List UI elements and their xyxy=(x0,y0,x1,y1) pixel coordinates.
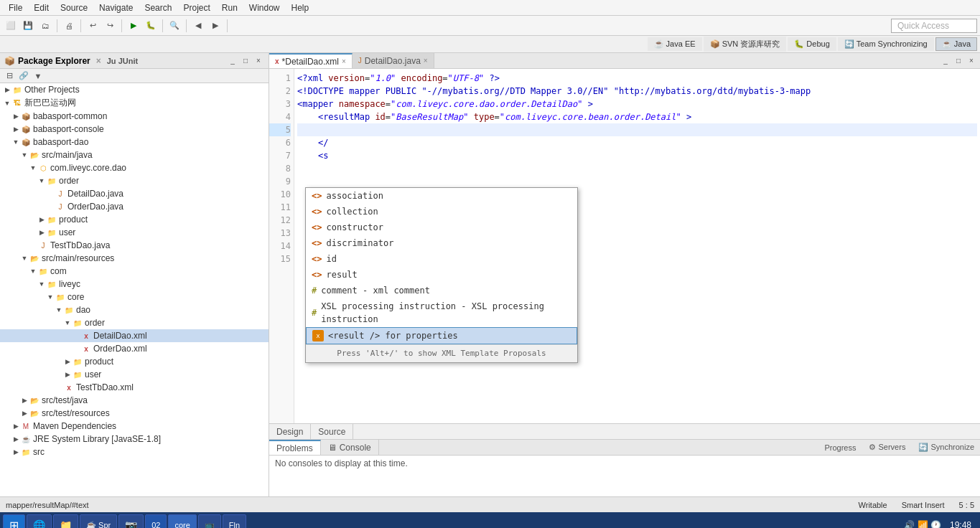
systray[interactable]: 🔊 📶 🕐 xyxy=(901,520,944,528)
toolbar-undo[interactable]: ↩ xyxy=(85,18,101,34)
tree-node-testtb-java[interactable]: ▶ J TestTbDao.java xyxy=(0,239,269,252)
taskbar-app4[interactable]: Fln xyxy=(223,514,246,528)
tree-node-console[interactable]: ▶ 📦 babasport-console xyxy=(0,123,269,136)
persp-java[interactable]: ☕ Java xyxy=(935,37,977,51)
taskbar-explorer[interactable]: 📁 xyxy=(53,514,78,528)
ac-item-result[interactable]: <> result xyxy=(306,267,577,283)
source-tab[interactable]: Source xyxy=(311,424,353,439)
sidebar-minimize[interactable]: _ xyxy=(227,55,238,67)
menu-help[interactable]: Help xyxy=(286,1,315,14)
tree-node-user-java[interactable]: ▶ 📁 user xyxy=(0,226,269,239)
junit-tab[interactable]: Ju JUnit xyxy=(107,57,138,65)
editor-close[interactable]: × xyxy=(966,55,977,67)
tree-node-detail-dao-java[interactable]: ▶ J DetailDao.java xyxy=(0,187,269,200)
ac-item-discriminator[interactable]: <> discriminator xyxy=(306,235,577,251)
design-tab[interactable]: Design xyxy=(269,424,311,439)
tree-node-dao[interactable]: ▼ 📦 babasport-dao xyxy=(0,136,269,148)
persp-java-ee[interactable]: ☕ Java EE xyxy=(648,37,702,51)
taskbar-app3[interactable]: 📺 xyxy=(198,514,221,528)
toolbar-new[interactable]: ⬜ xyxy=(3,18,19,34)
menu-project[interactable]: Project xyxy=(177,1,215,14)
toolbar-save-all[interactable]: 🗂 xyxy=(37,18,53,34)
tree-node-common[interactable]: ▶ 📦 babasport-common xyxy=(0,110,269,123)
ac-item-constructor[interactable]: <> constructor xyxy=(306,220,577,235)
tree-node-testtb-xml[interactable]: ▶ x TestTbDao.xml xyxy=(0,381,269,394)
tree-node-src-main-java[interactable]: ▼ 📂 src/main/java xyxy=(0,148,269,161)
sidebar-tree[interactable]: ▶ 📁 Other Projects ▼ 🏗 新巴巴运动网 ▶ 📦 babasp… xyxy=(0,83,269,496)
tree-label: src/test/java xyxy=(42,395,88,405)
tree-node-order-dao-java[interactable]: ▶ J OrderDao.java xyxy=(0,200,269,213)
tree-node-core[interactable]: ▼ 📁 core xyxy=(0,291,269,303)
progress-label[interactable]: Progress xyxy=(824,443,856,452)
tree-node-com-res[interactable]: ▼ 📁 com xyxy=(0,265,269,278)
menu-navigate[interactable]: Navigate xyxy=(93,1,139,14)
sidebar-close[interactable]: × xyxy=(253,55,264,67)
persp-debug[interactable]: 🐛 Debug xyxy=(788,37,836,51)
ac-item-id[interactable]: <> id xyxy=(306,251,577,267)
menu-edit[interactable]: Edit xyxy=(28,1,55,14)
sidebar-toolbar-collapse[interactable]: ⊟ xyxy=(3,70,16,82)
start-button[interactable]: ⊞ xyxy=(3,514,25,528)
ac-item-result-selected[interactable]: x <result /> for properties xyxy=(306,327,577,344)
taskbar-browser[interactable]: 🌐 xyxy=(27,514,52,528)
toolbar-print[interactable]: 🖨 xyxy=(61,18,77,34)
toolbar-run[interactable]: ▶ xyxy=(126,18,141,34)
tab-close-java[interactable]: × xyxy=(424,57,428,65)
servers-label[interactable]: ⚙ Servers xyxy=(869,443,905,452)
console-tab[interactable]: 🖥 Console xyxy=(321,440,379,455)
tree-node-order-java[interactable]: ▼ 📁 order xyxy=(0,174,269,187)
tree-label: babasport-dao xyxy=(33,137,88,147)
taskbar-app1[interactable]: 📷 xyxy=(118,514,144,528)
ac-item-association[interactable]: <> association xyxy=(306,188,577,204)
persp-team-sync[interactable]: 🔄 Team Synchronizing xyxy=(838,37,934,51)
tree-node-src-test-res[interactable]: ▶ 📂 src/test/resources xyxy=(0,407,269,420)
menu-run[interactable]: Run xyxy=(216,1,243,14)
ac-item-xsl[interactable]: # XSL processing instruction - XSL proce… xyxy=(306,298,577,327)
toolbar-back[interactable]: ◀ xyxy=(190,18,206,34)
tree-node-src-main-res[interactable]: ▼ 📂 src/main/resources xyxy=(0,252,269,265)
sidebar-toolbar-link[interactable]: 🔗 xyxy=(17,70,30,82)
taskbar-core[interactable]: core xyxy=(168,514,196,528)
editor-maximize[interactable]: □ xyxy=(953,55,964,67)
tree-node-com-package[interactable]: ▼ ⬡ com.liveyc.core.dao xyxy=(0,161,269,174)
ac-item-comment[interactable]: # comment - xml comment xyxy=(306,283,577,298)
tree-node-order-xml-file[interactable]: ▶ x OrderDao.xml xyxy=(0,342,269,355)
tree-node-src-test-java[interactable]: ▶ 📂 src/test/java xyxy=(0,394,269,407)
tree-node-jre[interactable]: ▶ ☕ JRE System Library [JavaSE-1.8] xyxy=(0,433,269,446)
tree-node-product-res[interactable]: ▶ 📁 product xyxy=(0,355,269,368)
toolbar-forward[interactable]: ▶ xyxy=(207,18,223,34)
tree-node-detail-xml[interactable]: ▶ x DetailDao.xml xyxy=(0,329,269,342)
sidebar-toolbar-menu[interactable]: ▼ xyxy=(32,70,45,82)
persp-svn[interactable]: 📦 SVN 资源库研究 xyxy=(704,37,787,52)
menu-window[interactable]: Window xyxy=(243,1,286,14)
tree-node-src[interactable]: ▶ 📁 src xyxy=(0,446,269,458)
toolbar-save[interactable]: 💾 xyxy=(20,18,36,34)
toolbar-search[interactable]: 🔍 xyxy=(167,18,182,34)
tree-node-user-res[interactable]: ▶ 📁 user xyxy=(0,368,269,381)
ac-label: result xyxy=(326,268,357,281)
ac-item-collection[interactable]: <> collection xyxy=(306,204,577,220)
menu-search[interactable]: Search xyxy=(139,1,177,14)
tree-node-dao-res[interactable]: ▼ 📁 dao xyxy=(0,303,269,316)
taskbar-spring[interactable]: ☕ Spr xyxy=(80,514,117,528)
tree-node-maven-deps[interactable]: ▶ M Maven Dependencies xyxy=(0,420,269,433)
toolbar-debug[interactable]: 🐛 xyxy=(143,18,159,34)
sidebar-maximize[interactable]: □ xyxy=(240,55,251,67)
tab-detail-java[interactable]: J DetailDao.java × xyxy=(353,53,434,68)
taskbar-app2[interactable]: 02 xyxy=(145,514,167,528)
editor-minimize[interactable]: _ xyxy=(940,55,951,67)
tree-node-product-java[interactable]: ▶ 📁 product xyxy=(0,213,269,226)
tree-node-project-root[interactable]: ▼ 🏗 新巴巴运动网 xyxy=(0,96,269,110)
toolbar-redo[interactable]: ↪ xyxy=(102,18,118,34)
problems-tab[interactable]: Problems xyxy=(269,440,321,455)
quick-access-input[interactable]: Quick Access xyxy=(891,19,977,33)
menu-file[interactable]: File xyxy=(3,1,28,14)
tree-node-liveyc[interactable]: ▼ 📁 liveyc xyxy=(0,278,269,291)
tree-node-other-projects[interactable]: ▶ 📁 Other Projects xyxy=(0,83,269,96)
tab-close-xml[interactable]: × xyxy=(342,57,346,65)
code-editor[interactable]: <?xml version="1.0" encoding="UTF-8" ?> … xyxy=(294,69,980,423)
tree-node-order-xml[interactable]: ▼ 📁 order xyxy=(0,316,269,329)
menu-source[interactable]: Source xyxy=(55,1,93,14)
synchronize-label[interactable]: 🔄 Synchronize xyxy=(918,443,974,452)
tab-detail-xml[interactable]: x *DetailDao.xml × xyxy=(269,53,353,68)
